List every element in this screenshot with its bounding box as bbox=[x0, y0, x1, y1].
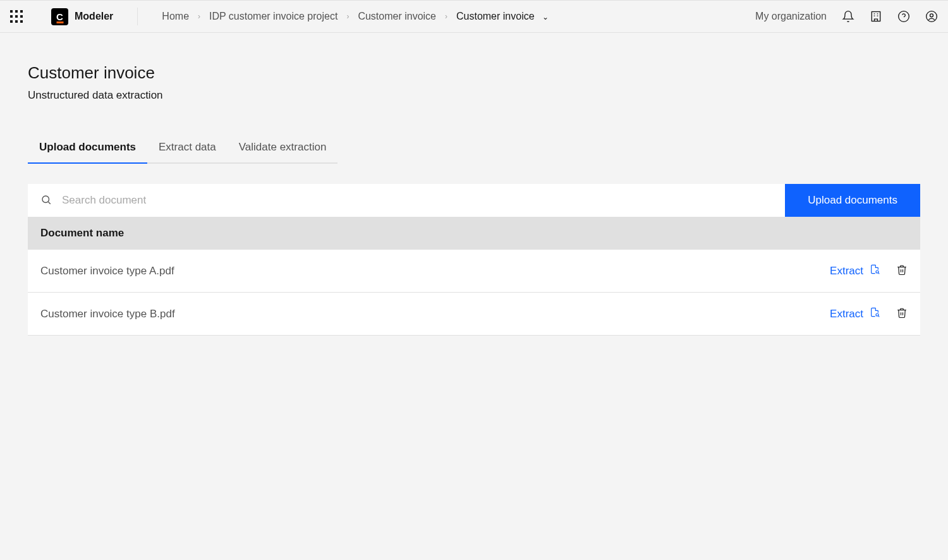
svg-point-5 bbox=[42, 196, 49, 203]
breadcrumb-current[interactable]: Customer invoice ⌄ bbox=[456, 11, 549, 22]
chevron-right-icon: › bbox=[445, 12, 447, 21]
toolbar: Upload documents bbox=[28, 184, 920, 217]
extract-label: Extract bbox=[830, 308, 863, 320]
search-input[interactable] bbox=[62, 194, 772, 207]
svg-point-3 bbox=[927, 11, 937, 22]
search-icon bbox=[40, 194, 52, 207]
breadcrumbs: Home › IDP customer invoice project › Cu… bbox=[162, 11, 549, 22]
tab-extract-data[interactable]: Extract data bbox=[147, 132, 228, 164]
row-actions: Extract bbox=[830, 307, 908, 320]
table-header-document-name: Document name bbox=[28, 217, 920, 250]
brand-logo-icon: C bbox=[51, 8, 68, 25]
table-row: Customer invoice type B.pdf Extract bbox=[28, 293, 920, 336]
upload-documents-button[interactable]: Upload documents bbox=[785, 184, 920, 217]
extract-button[interactable]: Extract bbox=[830, 307, 880, 320]
trash-icon bbox=[896, 307, 908, 320]
brand-name: Modeler bbox=[75, 11, 113, 22]
document-extract-icon bbox=[870, 307, 880, 320]
row-actions: Extract bbox=[830, 264, 908, 277]
chevron-right-icon: › bbox=[346, 12, 349, 21]
document-extract-icon bbox=[870, 264, 880, 277]
extract-button[interactable]: Extract bbox=[830, 264, 880, 277]
chevron-down-icon: ⌄ bbox=[542, 13, 549, 21]
svg-line-6 bbox=[48, 202, 50, 204]
topbar: C Modeler Home › IDP customer invoice pr… bbox=[0, 0, 948, 33]
svg-point-4 bbox=[930, 14, 933, 17]
organization-link[interactable]: My organization bbox=[755, 11, 827, 22]
extract-label: Extract bbox=[830, 265, 863, 277]
brand[interactable]: C Modeler bbox=[51, 8, 113, 25]
svg-point-7 bbox=[876, 271, 878, 273]
tabs: Upload documents Extract data Validate e… bbox=[28, 132, 920, 164]
breadcrumb-file[interactable]: Customer invoice bbox=[358, 11, 436, 22]
delete-button[interactable] bbox=[896, 264, 908, 277]
user-icon[interactable] bbox=[925, 10, 938, 23]
delete-button[interactable] bbox=[896, 307, 908, 320]
building-icon[interactable] bbox=[870, 10, 882, 23]
document-name: Customer invoice type B.pdf bbox=[40, 308, 830, 320]
page-content: Customer invoice Unstructured data extra… bbox=[0, 33, 948, 366]
chevron-right-icon: › bbox=[198, 12, 200, 21]
svg-point-8 bbox=[876, 313, 878, 316]
search-wrap bbox=[28, 184, 785, 217]
breadcrumb-project[interactable]: IDP customer invoice project bbox=[209, 11, 337, 22]
tab-validate-extraction[interactable]: Validate extraction bbox=[228, 132, 338, 164]
svg-point-1 bbox=[899, 11, 909, 22]
apps-grid-icon[interactable] bbox=[10, 10, 23, 23]
breadcrumb-current-label: Customer invoice bbox=[456, 11, 535, 21]
help-icon[interactable] bbox=[897, 10, 910, 23]
bell-icon[interactable] bbox=[842, 10, 854, 23]
svg-rect-0 bbox=[872, 12, 880, 21]
topbar-right: My organization bbox=[755, 10, 938, 23]
page-subtitle: Unstructured data extraction bbox=[28, 89, 920, 102]
divider bbox=[137, 8, 138, 25]
breadcrumb-home[interactable]: Home bbox=[162, 11, 189, 22]
page-title: Customer invoice bbox=[28, 63, 920, 83]
topbar-left: C Modeler bbox=[10, 8, 113, 25]
document-name: Customer invoice type A.pdf bbox=[40, 265, 830, 277]
tab-upload-documents[interactable]: Upload documents bbox=[28, 132, 147, 164]
trash-icon bbox=[896, 264, 908, 277]
table-row: Customer invoice type A.pdf Extract bbox=[28, 250, 920, 293]
